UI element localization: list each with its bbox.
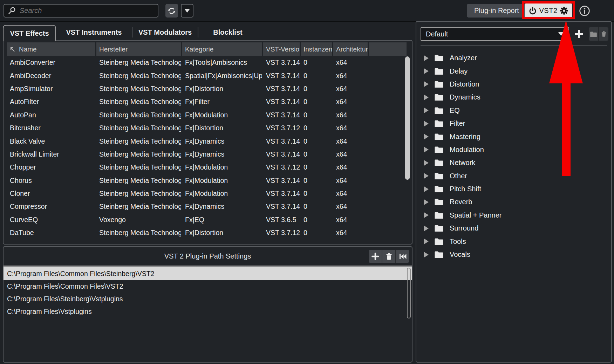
tree-folder-analyzer[interactable]: Analyzer: [416, 51, 611, 64]
expand-arrow-icon[interactable]: [424, 55, 429, 61]
tree-folder-delay[interactable]: Delay: [416, 64, 611, 77]
path-row[interactable]: C:\Program Files\Vstplugins: [4, 305, 412, 318]
table-row[interactable]: ChopperSteinberg Media TechnologiesFx|Mo…: [7, 161, 406, 174]
expand-arrow-icon[interactable]: [424, 252, 429, 257]
table-row[interactable]: ClonerSteinberg Media TechnologiesFx|Mod…: [7, 187, 406, 200]
table-row[interactable]: AmpSimulatorSteinberg Media Technologies…: [7, 82, 406, 95]
table-row[interactable]: Black ValveSteinberg Media TechnologiesF…: [7, 135, 406, 147]
expand-arrow-icon[interactable]: [424, 68, 429, 74]
column-header-kategorie[interactable]: Kategorie: [182, 42, 262, 56]
expand-arrow-icon[interactable]: [424, 199, 429, 205]
expand-arrow-icon[interactable]: [424, 134, 429, 139]
path-row[interactable]: C:\Program Files\Common Files\Steinberg\…: [4, 267, 412, 280]
table-row[interactable]: AutoFilterSteinberg Media TechnologiesFx…: [7, 95, 406, 108]
cell-hersteller: Steinberg Media Technologies: [96, 202, 181, 211]
table-scrollbar[interactable]: [405, 56, 410, 180]
cell-name: AutoPan: [7, 111, 95, 119]
cell-kategorie: Fx|Distortion: [182, 229, 262, 237]
path-row[interactable]: C:\Program Files\Steinberg\Vstplugins: [4, 293, 412, 305]
tree-folder-reverb[interactable]: Reverb: [416, 195, 611, 208]
expand-arrow-icon[interactable]: [424, 160, 429, 166]
cell-hersteller: Steinberg Media Technologies: [96, 72, 181, 80]
search-input[interactable]: [19, 6, 158, 15]
tab-vst-effects[interactable]: VST Effects: [3, 25, 56, 41]
vst2-toggle-button[interactable]: VST2: [525, 4, 572, 18]
column-header-name[interactable]: Name: [7, 42, 95, 56]
delete-folder-button[interactable]: [598, 27, 608, 41]
tree-folder-vocals[interactable]: Vocals: [416, 248, 611, 261]
tree-folder-label: Filter: [450, 119, 465, 128]
expand-arrow-icon[interactable]: [424, 95, 429, 100]
folder-icon: [434, 146, 444, 153]
tree-folder-label: Reverb: [450, 198, 472, 206]
path-row[interactable]: C:\Program Files\Common Files\VST2: [4, 280, 412, 293]
tree-folder-surround[interactable]: Surround: [416, 222, 611, 235]
tree-folder-network[interactable]: Network: [416, 156, 611, 169]
tree-folder-modulation[interactable]: Modulation: [416, 143, 611, 156]
plugin-report-button[interactable]: Plug-in Report: [467, 4, 526, 18]
cell-instanzen: 0: [301, 111, 332, 119]
cell-architektur: x64: [333, 177, 368, 185]
folder-icon: [434, 120, 444, 127]
expand-arrow-icon[interactable]: [424, 173, 429, 179]
cell-instanzen: 0: [301, 85, 332, 93]
cell-architektur: x64: [333, 85, 368, 93]
expand-arrow-icon[interactable]: [424, 226, 429, 231]
add-path-button[interactable]: [369, 250, 382, 263]
tree-folder-spatial-panner[interactable]: Spatial + Panner: [416, 209, 611, 222]
tree-folder-dynamics[interactable]: Dynamics: [416, 91, 611, 104]
tree-folder-label: Pitch Shift: [450, 185, 481, 193]
tab-blocklist[interactable]: Blocklist: [198, 24, 257, 41]
new-folder-button[interactable]: [589, 27, 598, 41]
expand-arrow-icon[interactable]: [424, 212, 429, 218]
cell-name: Black Valve: [7, 137, 95, 145]
reset-paths-button[interactable]: [395, 250, 409, 263]
tree-folder-distortion[interactable]: Distortion: [416, 78, 611, 91]
table-row[interactable]: ChorusSteinberg Media TechnologiesFx|Mod…: [7, 174, 406, 187]
tab-vst-modulators[interactable]: VST Modulators: [132, 24, 198, 41]
column-header-extra[interactable]: [369, 42, 407, 56]
cell-kategorie: Fx|Modulation: [182, 190, 262, 198]
cell-kategorie: Fx|Modulation: [182, 177, 262, 185]
column-header-architektur[interactable]: Architektur: [333, 42, 368, 56]
tree-folder-mastering[interactable]: Mastering: [416, 130, 611, 143]
table-row[interactable]: CompressorSteinberg Media TechnologiesFx…: [7, 200, 406, 213]
tree-folder-other[interactable]: Other: [416, 170, 611, 183]
folder-icon: [434, 185, 444, 193]
collection-select[interactable]: Default: [421, 27, 569, 41]
add-collection-button[interactable]: [572, 27, 586, 41]
table-row[interactable]: CurveEQVoxengoFx|EQVST 3.6.50x64: [7, 213, 406, 226]
expand-arrow-icon[interactable]: [424, 147, 429, 152]
table-header: NameHerstellerKategorieVST-VersionInstan…: [7, 42, 407, 56]
tree-folder-pitch-shift[interactable]: Pitch Shift: [416, 183, 611, 195]
column-header-instanzen[interactable]: Instanzen: [301, 42, 332, 56]
table-row[interactable]: DaTubeSteinberg Media TechnologiesFx|Dis…: [7, 226, 406, 239]
expand-arrow-icon[interactable]: [424, 239, 429, 244]
info-button[interactable]: [578, 4, 592, 18]
expand-arrow-icon[interactable]: [424, 121, 429, 126]
search-box[interactable]: [4, 4, 158, 18]
tab-vst-instruments[interactable]: VST Instruments: [56, 24, 132, 41]
table-body: AmbiConverterSteinberg Media Technologie…: [7, 56, 406, 239]
column-header-hersteller[interactable]: Hersteller: [96, 42, 181, 56]
expand-arrow-icon[interactable]: [424, 186, 429, 192]
delete-path-button[interactable]: [382, 250, 395, 263]
table-row[interactable]: AmbiDecoderSteinberg Media TechnologiesS…: [7, 69, 406, 82]
table-row[interactable]: AmbiConverterSteinberg Media Technologie…: [7, 56, 406, 69]
expand-arrow-icon[interactable]: [424, 108, 429, 113]
tree-folder-filter[interactable]: Filter: [416, 117, 611, 130]
table-row[interactable]: Brickwall LimiterSteinberg Media Technol…: [7, 148, 406, 161]
path-list-scrollbar[interactable]: [407, 268, 411, 318]
rescan-options-button[interactable]: [181, 4, 193, 18]
cell-vst-version: VST 3.7.14: [263, 190, 300, 198]
tree-folder-eq[interactable]: EQ: [416, 104, 611, 117]
cell-instanzen: 0: [301, 150, 332, 158]
expand-arrow-icon[interactable]: [424, 81, 429, 87]
column-header-vst-version[interactable]: VST-Version: [263, 42, 300, 56]
tree-folder-tools[interactable]: Tools: [416, 235, 611, 248]
plus-icon: [371, 253, 379, 260]
table-row[interactable]: AutoPanSteinberg Media TechnologiesFx|Mo…: [7, 109, 406, 122]
table-row[interactable]: BitcrusherSteinberg Media TechnologiesFx…: [7, 122, 406, 135]
cell-instanzen: 0: [301, 72, 332, 80]
rescan-button[interactable]: [165, 4, 178, 18]
